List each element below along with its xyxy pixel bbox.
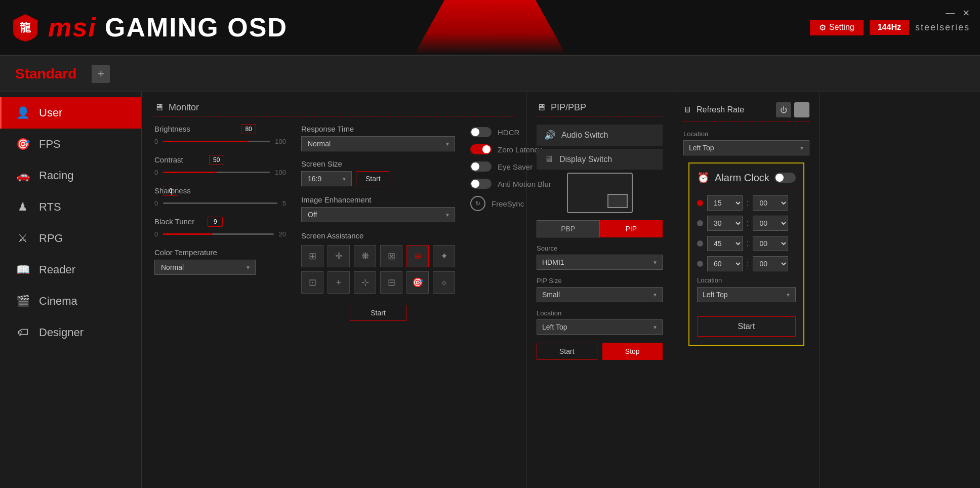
- assist-btn-9[interactable]: ⊹: [354, 271, 376, 294]
- window-controls: — ✕: [946, 8, 970, 19]
- sidebar-item-designer[interactable]: 🏷 Designer: [0, 317, 141, 348]
- monitor-panel: 🖥 Monitor Brightness 0: [142, 92, 526, 488]
- alarm-clock-panel: ⏰ Alarm Clock 15 : 00: [688, 162, 804, 346]
- display-switch-item[interactable]: 🖥 Display Switch: [537, 149, 663, 170]
- screen-size-select[interactable]: 16:9 4:3 Auto: [301, 171, 352, 186]
- eye-saver-toggle[interactable]: [470, 161, 492, 172]
- mode-bar: Standard +: [0, 56, 980, 92]
- alarm-enable-toggle[interactable]: [774, 173, 796, 183]
- alarm-row-2: 30 : 00: [697, 216, 796, 231]
- sidebar-item-label: User: [39, 106, 62, 119]
- display-icon: 🖥: [544, 154, 553, 165]
- color-temp-control: Color Temperature Normal Warm Cool Custo…: [154, 248, 286, 275]
- alarm-dot-2: [697, 220, 703, 226]
- msi-logo: 龍: [10, 12, 40, 43]
- sidebar-item-label: Designer: [39, 326, 84, 339]
- pbp-tab[interactable]: PBP: [537, 220, 600, 237]
- brightness-control: Brightness 0 80 100: [154, 125, 286, 146]
- steelseries-logo: steelseries: [915, 22, 970, 33]
- assist-btn-2[interactable]: ✛: [328, 245, 350, 267]
- pip-screen: [567, 173, 633, 213]
- rts-icon: ♟: [16, 200, 30, 214]
- refresh-power-btn-2[interactable]: [794, 102, 809, 117]
- assist-btn-8[interactable]: +: [328, 271, 350, 294]
- image-enhancement-control: Image Enhancement Off Low Medium High St…: [301, 195, 455, 222]
- black-tuner-value: 9: [208, 217, 223, 227]
- assist-btn-7[interactable]: ⊡: [301, 271, 323, 294]
- audio-icon: 🔊: [544, 130, 555, 141]
- assist-btn-10[interactable]: ⊟: [380, 271, 402, 294]
- assist-btn-4[interactable]: ⊠: [380, 245, 402, 267]
- audio-switch-item[interactable]: 🔊 Audio Switch: [537, 125, 663, 146]
- alarm-start-button[interactable]: Start: [697, 316, 796, 337]
- add-tab-button[interactable]: +: [92, 65, 110, 83]
- pip-buttons: Start Stop: [537, 343, 663, 360]
- alarm-location-select[interactable]: Left Top Right Top Left Bottom Right Bot…: [697, 287, 796, 302]
- setting-button[interactable]: ⚙ Setting: [810, 20, 864, 35]
- sidebar-item-rpg[interactable]: ⚔ RPG: [0, 223, 141, 254]
- user-icon: 👤: [16, 106, 30, 119]
- refresh-rate-panel: 🖥 Refresh Rate ⏻ Location Left Top Right…: [673, 92, 820, 488]
- sidebar-item-label: RPG: [39, 232, 63, 245]
- contrast-control: Contrast 0 50 100: [154, 155, 286, 177]
- refresh-header: 🖥 Refresh Rate ⏻: [683, 102, 809, 117]
- alarm-hour-3[interactable]: 45: [707, 236, 743, 251]
- pip-source-select[interactable]: HDMI1 HDMI2 DP: [537, 255, 663, 270]
- close-button[interactable]: ✕: [962, 8, 970, 19]
- sidebar-item-rts[interactable]: ♟ RTS: [0, 191, 141, 223]
- pip-stop-button[interactable]: Stop: [602, 343, 663, 360]
- refresh-location-select[interactable]: Left Top Right Top Left Bottom Right Bot…: [683, 140, 809, 155]
- screen-size-control: Screen Size 16:9 4:3 Auto Start: [301, 159, 455, 186]
- sidebar-item-racing[interactable]: 🚗 Racing: [0, 160, 141, 191]
- assist-btn-11[interactable]: 🎯: [406, 271, 429, 294]
- rpg-icon: ⚔: [16, 232, 30, 245]
- color-temp-select[interactable]: Normal Warm Cool Custom: [154, 260, 256, 275]
- sidebar-item-cinema[interactable]: 🎬 Cinema: [0, 286, 141, 317]
- pip-tabs: PBP PIP: [537, 220, 663, 237]
- alarm-header: ⏰ Alarm Clock: [697, 172, 796, 184]
- pip-tab[interactable]: PIP: [600, 220, 663, 237]
- mode-title: Standard: [15, 66, 76, 82]
- assist-btn-5[interactable]: ⊕: [406, 245, 429, 267]
- sidebar-item-label: Cinema: [39, 295, 77, 308]
- image-enhancement-select[interactable]: Off Low Medium High Strongest: [301, 207, 455, 222]
- minimize-button[interactable]: —: [946, 8, 955, 19]
- sidebar-item-reader[interactable]: 📖 Reader: [0, 254, 141, 286]
- hz-badge: 144Hz: [870, 20, 909, 35]
- sidebar-item-fps[interactable]: 🎯 FPS: [0, 129, 141, 160]
- assist-btn-1[interactable]: ⊞: [301, 245, 323, 267]
- response-time-select[interactable]: Normal Fast Fastest: [301, 136, 455, 151]
- alarm-row-4: 60 : 00: [697, 256, 796, 271]
- hdcr-toggle[interactable]: [470, 127, 492, 137]
- sharpness-value: 0: [163, 186, 178, 196]
- alarm-minute-3[interactable]: 00: [753, 236, 788, 251]
- sidebar-item-user[interactable]: 👤 User: [0, 97, 141, 129]
- alarm-minute-4[interactable]: 00: [753, 256, 788, 271]
- pip-location-select[interactable]: Left Top Right Top Left Bottom Right Bot…: [537, 319, 663, 335]
- sharpness-control: Sharpness 0 0 5: [154, 186, 286, 208]
- pip-source-control: Source HDMI1 HDMI2 DP: [537, 245, 663, 270]
- freesync-icon: ↻: [470, 196, 485, 211]
- alarm-minute-2[interactable]: 00: [753, 216, 788, 231]
- screen-assist-start-row: Start: [301, 300, 455, 321]
- assist-grid: ⊞ ✛ ❋ ⊠ ⊕ ✦ ⊡ + ⊹ ⊟ 🎯 ⟐: [301, 245, 455, 294]
- pip-header: 🖥 PIP/PBP: [537, 102, 663, 113]
- reader-icon: 📖: [16, 263, 30, 276]
- zero-latency-toggle[interactable]: [470, 144, 492, 154]
- screen-assist-start-button[interactable]: Start: [350, 305, 406, 321]
- assist-btn-12[interactable]: ⟐: [433, 271, 455, 294]
- alarm-hour-4[interactable]: 60: [707, 256, 743, 271]
- pip-size-select[interactable]: Small Medium Large: [537, 287, 663, 302]
- alarm-hour-1[interactable]: 15: [707, 195, 743, 211]
- anti-motion-blur-toggle[interactable]: [470, 179, 492, 189]
- refresh-power-btn-1[interactable]: ⏻: [776, 102, 791, 117]
- pip-start-button[interactable]: Start: [537, 343, 597, 360]
- brightness-value: 80: [241, 124, 256, 134]
- alarm-hour-2[interactable]: 30: [707, 216, 743, 231]
- assist-btn-6[interactable]: ✦: [433, 245, 455, 267]
- assist-btn-3[interactable]: ❋: [354, 245, 376, 267]
- screen-size-start-button[interactable]: Start: [356, 171, 390, 186]
- gear-icon: ⚙: [819, 23, 826, 32]
- alarm-minute-1[interactable]: 00: [753, 195, 788, 211]
- app-title: msi GAMING OSD: [48, 12, 288, 43]
